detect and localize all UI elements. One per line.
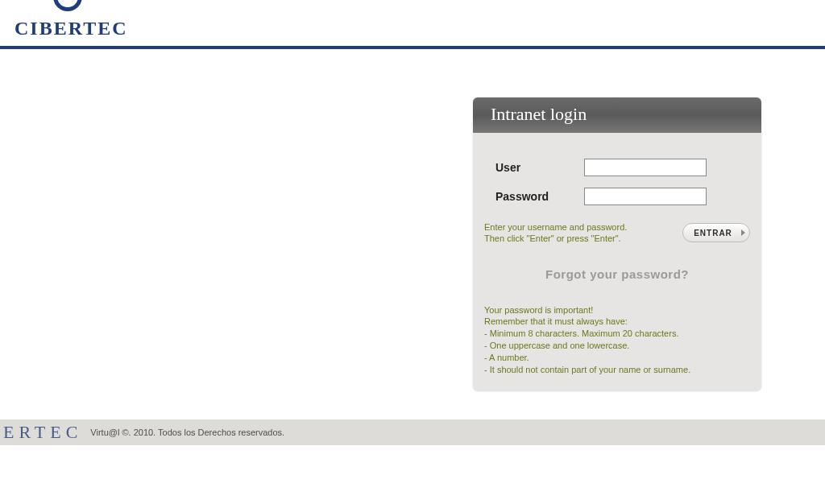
footer: ERTEC Virtu@l ©. 2010. Todos los Derecho…: [0, 419, 825, 445]
rule-item: - It should not contain part of your nam…: [484, 365, 690, 374]
user-input[interactable]: [584, 159, 707, 176]
brand-logo: CIBERTEC: [15, 0, 825, 39]
rules-sub: Remember that it must always have:: [484, 316, 628, 326]
password-input[interactable]: [584, 188, 707, 205]
hint-line-2: Then click "Enter" or press "Enter".: [484, 233, 621, 243]
footer-brand-fragment: ERTEC: [3, 422, 82, 443]
login-title: Intranet login: [473, 97, 761, 133]
login-body: User Password Enter your username and pa…: [473, 133, 761, 390]
user-label: User: [495, 161, 584, 174]
hint-row: Enter your username and password. Then c…: [484, 221, 750, 245]
footer-copyright: Virtu@l ©. 2010. Todos los Derechos rese…: [90, 428, 284, 437]
rule-item: - Minimum 8 characters. Maximum 20 chara…: [484, 328, 678, 338]
content-area: Intranet login User Password Enter your …: [0, 49, 825, 403]
header: CIBERTEC: [0, 0, 825, 49]
rule-item: - One uppercase and one lowercase.: [484, 341, 629, 350]
password-label: Password: [495, 190, 584, 203]
hint-line-1: Enter your username and password.: [484, 222, 627, 232]
forgot-password-link[interactable]: Forgot your password?: [545, 267, 689, 281]
brand-name: CIBERTEC: [15, 18, 128, 39]
rule-item: - A number.: [484, 353, 529, 362]
forgot-row: Forgot your password?: [484, 267, 750, 282]
password-row: Password: [495, 188, 750, 205]
brand-icon: [50, 0, 85, 16]
password-rules: Your password is important! Remember tha…: [484, 304, 750, 376]
user-row: User: [495, 159, 750, 176]
login-panel: Intranet login User Password Enter your …: [473, 97, 761, 390]
login-hint: Enter your username and password. Then c…: [484, 221, 627, 245]
submit-button[interactable]: ENTRAR: [682, 223, 750, 242]
rules-heading: Your password is important!: [484, 305, 593, 315]
